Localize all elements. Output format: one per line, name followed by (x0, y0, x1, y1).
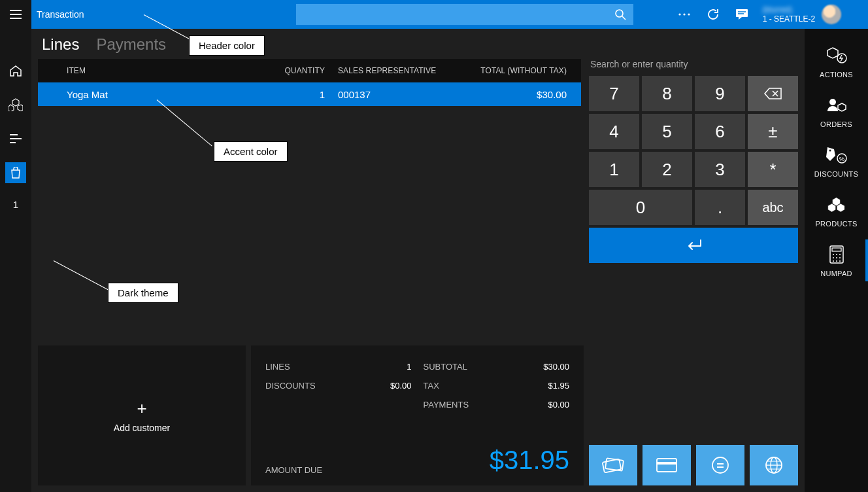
search-button[interactable] (607, 4, 633, 25)
rb-orders[interactable]: ORDERS (805, 86, 868, 136)
left-nav: 1 (0, 29, 31, 492)
col-item: ITEM (67, 66, 266, 75)
boxes-icon (8, 98, 23, 111)
user-block[interactable]: (blurred) 1 - SEATTLE-2 (763, 5, 841, 24)
rb-actions[interactable]: ACTIONS (805, 37, 868, 86)
more-button[interactable] (676, 7, 692, 22)
key-6[interactable]: 6 (695, 114, 745, 149)
add-customer-label: Add customer (114, 423, 170, 433)
subtotal-value: $30.00 (543, 362, 569, 372)
discounts-value: $0.00 (390, 381, 412, 391)
orders-icon (826, 97, 847, 114)
svg-point-0 (616, 10, 623, 17)
svg-point-20 (829, 150, 831, 152)
equals-circle-icon (710, 455, 730, 475)
svg-point-28 (833, 257, 834, 258)
cell-item: Yoga Mat (67, 89, 266, 100)
key-5[interactable]: 5 (642, 114, 692, 149)
rb-numpad[interactable]: NUMPAD (805, 236, 868, 285)
tab-payments[interactable]: Payments (96, 35, 166, 54)
svg-rect-10 (657, 459, 676, 472)
header-right: (blurred) 1 - SEATTLE-2 (633, 5, 850, 24)
hamburger-button[interactable] (0, 0, 31, 29)
pay-card-button[interactable] (643, 445, 691, 485)
key-star[interactable]: * (748, 152, 798, 187)
nav-transaction[interactable] (5, 162, 26, 183)
svg-point-26 (836, 254, 837, 255)
svg-point-3 (683, 13, 685, 15)
payments-label: PAYMENTS (424, 400, 469, 410)
rb-products[interactable]: PRODUCTS (805, 186, 868, 236)
bottom-panels: + Add customer LINES1 DISCOUNTS$0.00 SUB… (38, 345, 798, 485)
col-total: TOTAL (WITHOUT TAX) (456, 66, 567, 75)
tabs: Lines Payments (38, 29, 798, 59)
key-plusminus[interactable]: ± (748, 114, 798, 149)
key-0[interactable]: 0 (589, 190, 692, 225)
svg-text:%: % (839, 156, 844, 162)
key-enter[interactable] (589, 228, 798, 263)
key-backspace[interactable] (748, 76, 798, 111)
search-icon (614, 9, 626, 20)
backspace-icon (764, 88, 782, 99)
home-icon (9, 65, 22, 77)
bag-icon (10, 167, 21, 179)
lines-header: ITEM QUANTITY SALES REPRESENTATIVE TOTAL… (38, 59, 581, 82)
svg-rect-11 (657, 462, 676, 465)
numpad-icon (829, 245, 844, 264)
svg-rect-5 (736, 9, 748, 17)
store-label: 1 - SEATTLE-2 (763, 14, 815, 24)
actions-icon (826, 46, 847, 65)
nav-home[interactable] (5, 60, 26, 81)
payment-buttons (589, 345, 798, 485)
key-8[interactable]: 8 (642, 76, 692, 111)
svg-point-4 (688, 13, 690, 15)
user-name: (blurred) (763, 5, 815, 14)
nav-badge: 1 (13, 199, 18, 210)
key-3[interactable]: 3 (695, 152, 745, 187)
tab-lines[interactable]: Lines (42, 35, 79, 54)
svg-point-31 (833, 260, 834, 262)
svg-point-12 (712, 457, 728, 473)
key-1[interactable]: 1 (589, 152, 639, 187)
refresh-button[interactable] (705, 7, 721, 22)
message-button[interactable] (734, 7, 750, 22)
nav-list[interactable] (5, 128, 26, 149)
amount-due-value: $31.95 (490, 446, 569, 475)
numpad-label: Search or enter quantity (589, 59, 798, 76)
numpad-column: Search or enter quantity 7 8 9 4 5 6 ± 1… (589, 59, 798, 340)
key-abc[interactable]: abc (748, 190, 798, 225)
key-2[interactable]: 2 (642, 152, 692, 187)
plus-icon: + (137, 398, 146, 419)
pay-other-button[interactable] (750, 445, 798, 485)
svg-point-33 (839, 260, 841, 262)
key-dot[interactable]: . (695, 190, 745, 225)
chat-icon (735, 9, 748, 20)
header-search (296, 4, 633, 25)
table-row[interactable]: Yoga Mat 1 000137 $30.00 (38, 82, 581, 106)
discounts-label: DISCOUNTS (265, 381, 316, 391)
products-icon (827, 197, 846, 213)
col-quantity: QUANTITY (266, 66, 338, 75)
main-area: Lines Payments ITEM QUANTITY SALES REPRE… (31, 29, 805, 492)
cash-icon (602, 457, 624, 474)
svg-point-32 (836, 260, 837, 262)
pay-cash-button[interactable] (589, 445, 637, 485)
pay-exact-button[interactable] (696, 445, 744, 485)
add-customer-button[interactable]: + Add customer (38, 345, 246, 485)
nav-inventory[interactable] (5, 94, 26, 115)
key-7[interactable]: 7 (589, 76, 639, 111)
numpad: 7 8 9 4 5 6 ± 1 2 3 * 0 . abc (589, 76, 798, 263)
search-input[interactable] (296, 9, 607, 20)
totals-panel: LINES1 DISCOUNTS$0.00 SUBTOTAL$30.00 TAX… (251, 345, 584, 485)
refresh-icon (707, 8, 720, 21)
rb-discounts[interactable]: % DISCOUNTS (805, 136, 868, 186)
lines-label: LINES (265, 362, 290, 372)
key-9[interactable]: 9 (695, 76, 745, 111)
app-header: Transaction (blurred) 1 - SEATTLE-2 (0, 0, 868, 29)
cell-qty: 1 (266, 89, 338, 100)
svg-point-19 (829, 99, 836, 105)
svg-point-30 (839, 257, 841, 258)
lines-value: 1 (407, 362, 411, 372)
lines-column: ITEM QUANTITY SALES REPRESENTATIVE TOTAL… (38, 59, 581, 340)
key-4[interactable]: 4 (589, 114, 639, 149)
